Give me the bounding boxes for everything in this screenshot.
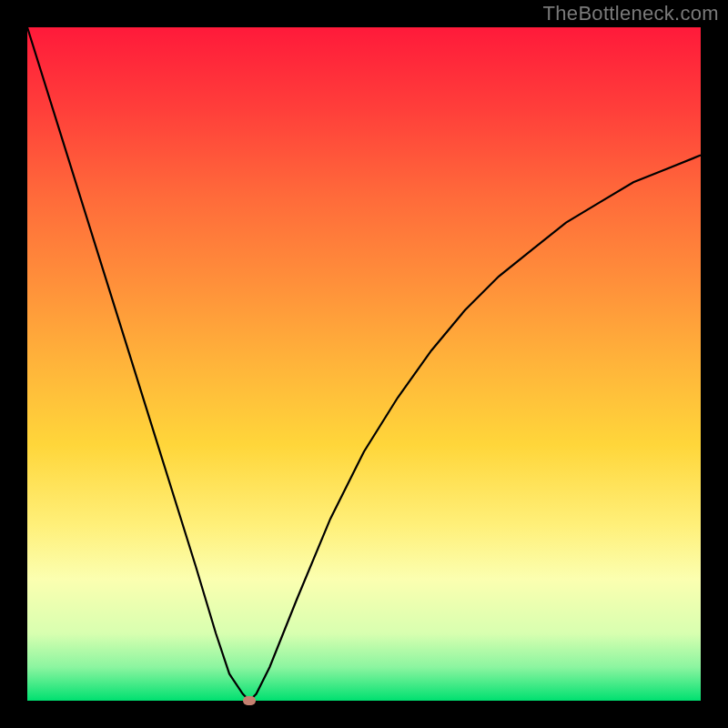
plot-area bbox=[27, 27, 701, 701]
watermark-label: TheBottleneck.com bbox=[543, 2, 719, 25]
bottleneck-curve bbox=[27, 27, 701, 701]
optimal-point-marker bbox=[243, 696, 256, 705]
curve-path bbox=[27, 27, 701, 701]
chart-frame: TheBottleneck.com bbox=[0, 0, 728, 728]
